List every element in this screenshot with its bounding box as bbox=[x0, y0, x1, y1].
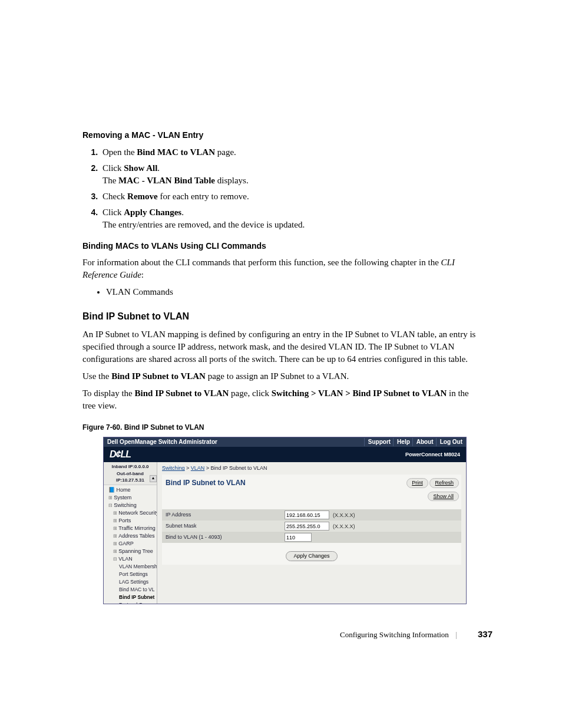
input-subnet-mask[interactable] bbox=[285, 522, 329, 531]
figure-caption: Figure 7-60. Bind IP Subnet to VLAN bbox=[82, 423, 477, 433]
step-text: Click bbox=[103, 207, 124, 217]
tree-bind-ip-subnet[interactable]: Bind IP Subnet bbox=[106, 594, 157, 601]
model-label: PowerConnect M8024 bbox=[405, 451, 460, 459]
tree-protocol-group[interactable]: Protocol Group bbox=[106, 601, 157, 604]
tree-garp[interactable]: GARP bbox=[106, 540, 157, 548]
step-bold: Remove bbox=[127, 192, 158, 201]
step-text: Check bbox=[103, 192, 127, 201]
step-text-end: . bbox=[181, 207, 184, 217]
breadcrumb: Switching > VLAN > Bind IP Subnet to VLA… bbox=[157, 462, 466, 475]
row-ip-address: IP Address (X.X.X.X) bbox=[162, 509, 461, 521]
tree-vlan[interactable]: VLAN bbox=[106, 555, 157, 563]
label-ip-address: IP Address bbox=[162, 509, 281, 521]
step-text: Click bbox=[103, 163, 124, 173]
nav-support[interactable]: Support bbox=[364, 438, 391, 446]
step-text: Open the bbox=[103, 147, 137, 157]
step-bold: Show All bbox=[124, 163, 157, 173]
tree-port-settings[interactable]: Port Settings bbox=[106, 571, 157, 578]
step-text-end: . bbox=[157, 163, 160, 173]
page-number: 337 bbox=[478, 629, 492, 639]
nav-about[interactable]: About bbox=[412, 438, 434, 446]
heading-remove-mac-vlan: Removing a MAC - VLAN Entry bbox=[82, 130, 477, 141]
print-button[interactable]: Print bbox=[406, 478, 428, 488]
form-panel: Bind IP Subnet to VLAN Print Refresh Sho… bbox=[162, 475, 461, 565]
step-text-end: for each entry to remove. bbox=[158, 192, 249, 201]
text: For information about the CLI commands t… bbox=[82, 258, 441, 267]
form-table: IP Address (X.X.X.X) Subnet Mask (X.X.X.… bbox=[162, 509, 461, 543]
paragraph-bind2: Use the Bind IP Subnet to VLAN page to a… bbox=[82, 370, 477, 383]
label-bind-vlan: Bind to VLAN (1 - 4093) bbox=[162, 532, 281, 543]
label-subnet-mask: Subnet Mask bbox=[162, 521, 281, 532]
tree-address-tables[interactable]: Address Tables bbox=[106, 532, 157, 540]
inband-ip: Inband IP:0.0.0.0 bbox=[105, 463, 155, 470]
tree-home[interactable]: 📘 Home bbox=[106, 486, 157, 494]
text: To display the bbox=[82, 388, 135, 398]
text-bold: Switching > VLAN > Bind IP Subnet to VLA… bbox=[272, 388, 447, 398]
brand-bar: D¢LL PowerConnect M8024 bbox=[104, 447, 466, 462]
step-3: Check Remove for each entry to remove. bbox=[100, 190, 477, 203]
step-2: Click Show All. The MAC - VLAN Bind Tabl… bbox=[100, 162, 477, 187]
ip-info: Inband IP:0.0.0.0 Out-of-band IP:10.27.5… bbox=[104, 462, 157, 485]
tree-traffic-mirroring[interactable]: Traffic Mirroring bbox=[106, 525, 157, 532]
screenshot-panel: Dell OpenManage Switch Administrator Sup… bbox=[103, 437, 467, 604]
tree-lag-settings[interactable]: LAG Settings bbox=[106, 578, 157, 586]
footer-separator: | bbox=[455, 630, 457, 639]
step-sub-bold: MAC - VLAN Bind Table bbox=[118, 176, 215, 185]
row-subnet-mask: Subnet Mask (X.X.X.X) bbox=[162, 521, 461, 532]
bullet-list: VLAN Commands bbox=[106, 286, 477, 298]
heading-bind-ip-subnet: Bind IP Subnet to VLAN bbox=[82, 310, 477, 323]
document-body: Removing a MAC - VLAN Entry Open the Bin… bbox=[82, 130, 477, 604]
window-title: Dell OpenManage Switch Administrator bbox=[107, 438, 217, 446]
apply-changes-button[interactable]: Apply Changes bbox=[286, 551, 337, 561]
step-bold: Bind MAC to VLAN bbox=[137, 147, 215, 157]
crumb-switching[interactable]: Switching bbox=[162, 465, 185, 471]
step-text-end: page. bbox=[215, 147, 236, 157]
step-4: Click Apply Changes. The entry/entries a… bbox=[100, 206, 477, 231]
text-bold: Bind IP Subnet to VLAN bbox=[111, 371, 206, 381]
page: Removing a MAC - VLAN Entry Open the Bin… bbox=[0, 0, 562, 728]
footer-section: Configuring Switching Information bbox=[340, 630, 449, 639]
window-title-bar: Dell OpenManage Switch Administrator Sup… bbox=[104, 437, 466, 447]
row-bind-vlan: Bind to VLAN (1 - 4093) bbox=[162, 532, 461, 543]
tree-vlan-membership[interactable]: VLAN Membersh bbox=[106, 563, 157, 571]
panel-title: Bind IP Subnet to VLAN bbox=[166, 478, 246, 488]
text: page to assign an IP Subnet to a VLAN. bbox=[206, 371, 349, 381]
nav-tree: 📘 Home System Switching Network Security… bbox=[104, 485, 157, 604]
paragraph-bind3: To display the Bind IP Subnet to VLAN pa… bbox=[82, 387, 477, 412]
crumb-vlan[interactable]: VLAN bbox=[191, 465, 205, 471]
text: page, click bbox=[229, 388, 271, 398]
heading-bind-mac-cli: Binding MACs to VLANs Using CLI Commands bbox=[82, 241, 477, 252]
text: : bbox=[141, 270, 144, 279]
tree-bind-mac[interactable]: Bind MAC to VL bbox=[106, 586, 157, 594]
tree-ports[interactable]: Ports bbox=[106, 517, 157, 525]
step-bold: Apply Changes bbox=[124, 207, 181, 217]
step-1: Open the Bind MAC to VLAN page. bbox=[100, 146, 477, 159]
crumb-current: Bind IP Subnet to VLAN bbox=[211, 465, 267, 471]
input-ip-address[interactable] bbox=[285, 510, 329, 519]
tree-network-security[interactable]: Network Security bbox=[106, 509, 157, 517]
dell-logo: D¢LL bbox=[110, 448, 131, 461]
nav-logout[interactable]: Log Out bbox=[436, 438, 462, 446]
paragraph-bind1: An IP Subnet to VLAN mapping is defined … bbox=[82, 328, 477, 365]
page-footer: Configuring Switching Information | 337 bbox=[340, 629, 492, 640]
tree-switching[interactable]: Switching bbox=[106, 502, 157, 509]
oob-ip: Out-of-band IP:10.27.5.31 bbox=[105, 470, 155, 483]
main-panel: Switching > VLAN > Bind IP Subnet to VLA… bbox=[157, 462, 466, 604]
nav-help[interactable]: Help bbox=[393, 438, 410, 446]
tree-spanning-tree[interactable]: Spanning Tree bbox=[106, 548, 157, 555]
step-sub: The entry/entries are removed, and the d… bbox=[103, 219, 477, 231]
text: Use the bbox=[82, 371, 111, 381]
paragraph-cli: For information about the CLI commands t… bbox=[82, 256, 477, 281]
input-bind-vlan[interactable] bbox=[285, 533, 312, 542]
steps-list: Open the Bind MAC to VLAN page. Click Sh… bbox=[82, 146, 477, 231]
scroll-up-icon[interactable]: ▴ bbox=[150, 475, 157, 482]
text-bold: Bind IP Subnet to VLAN bbox=[135, 388, 229, 398]
show-all-button[interactable]: Show All bbox=[428, 492, 459, 502]
bullet-vlan-commands: VLAN Commands bbox=[106, 286, 477, 298]
tree-system[interactable]: System bbox=[106, 494, 157, 502]
step-sub-end: displays. bbox=[215, 176, 249, 185]
hint-ip: (X.X.X.X) bbox=[329, 512, 355, 518]
step-sub: The bbox=[103, 176, 118, 185]
refresh-button[interactable]: Refresh bbox=[429, 478, 459, 488]
hint-mask: (X.X.X.X) bbox=[329, 523, 355, 529]
